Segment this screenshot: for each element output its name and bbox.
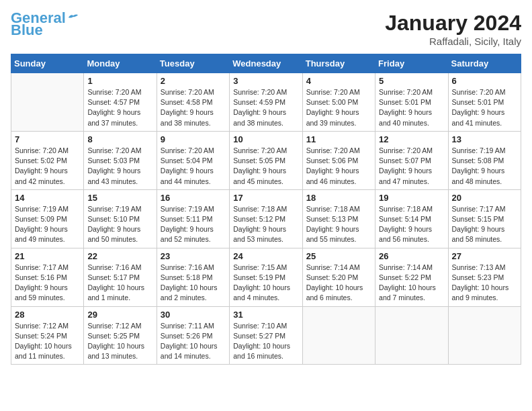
day-info: Sunrise: 7:20 AMSunset: 5:05 PMDaylight:… — [233, 146, 298, 187]
day-number: 27 — [452, 251, 517, 261]
calendar-cell: 9Sunrise: 7:20 AMSunset: 5:04 PMDaylight… — [157, 131, 229, 189]
day-number: 15 — [87, 193, 152, 203]
weekday-header-tuesday: Tuesday — [157, 54, 229, 73]
calendar-cell: 6Sunrise: 7:20 AMSunset: 5:01 PMDaylight… — [448, 73, 521, 132]
calendar-cell: 26Sunrise: 7:14 AMSunset: 5:22 PMDayligh… — [375, 248, 448, 306]
day-info: Sunrise: 7:20 AMSunset: 5:01 PMDaylight:… — [379, 87, 444, 128]
calendar-cell — [448, 306, 521, 365]
day-number: 29 — [87, 310, 152, 320]
day-number: 28 — [15, 310, 80, 320]
day-number: 24 — [233, 251, 298, 261]
calendar-cell: 22Sunrise: 7:16 AMSunset: 5:17 PMDayligh… — [84, 248, 157, 306]
calendar-cell: 25Sunrise: 7:14 AMSunset: 5:20 PMDayligh… — [302, 248, 375, 306]
calendar-cell: 11Sunrise: 7:20 AMSunset: 5:06 PMDayligh… — [302, 131, 375, 189]
day-info: Sunrise: 7:18 AMSunset: 5:12 PMDaylight:… — [233, 204, 298, 245]
calendar-cell: 15Sunrise: 7:19 AMSunset: 5:10 PMDayligh… — [84, 189, 157, 248]
day-info: Sunrise: 7:20 AMSunset: 4:57 PMDaylight:… — [87, 87, 152, 128]
day-number: 8 — [87, 134, 152, 144]
day-info: Sunrise: 7:18 AMSunset: 5:14 PMDaylight:… — [379, 204, 444, 245]
title-block: January 2024 Raffadali, Sicily, Italy — [385, 11, 521, 47]
calendar-cell: 19Sunrise: 7:18 AMSunset: 5:14 PMDayligh… — [375, 189, 448, 248]
month-year-title: January 2024 — [385, 11, 521, 36]
day-info: Sunrise: 7:12 AMSunset: 5:24 PMDaylight:… — [15, 321, 80, 362]
day-number: 25 — [306, 251, 371, 261]
day-number: 21 — [15, 251, 80, 261]
weekday-header-thursday: Thursday — [302, 54, 375, 73]
day-number: 26 — [379, 251, 444, 261]
calendar-week-row: 7Sunrise: 7:20 AMSunset: 5:02 PMDaylight… — [11, 131, 521, 189]
calendar-cell — [375, 306, 448, 365]
calendar-cell: 27Sunrise: 7:13 AMSunset: 5:23 PMDayligh… — [448, 248, 521, 306]
day-info: Sunrise: 7:17 AMSunset: 5:16 PMDaylight:… — [15, 263, 80, 304]
day-number: 11 — [306, 134, 371, 144]
calendar-cell: 4Sunrise: 7:20 AMSunset: 5:00 PMDaylight… — [302, 73, 375, 132]
calendar-cell: 5Sunrise: 7:20 AMSunset: 5:01 PMDaylight… — [375, 73, 448, 132]
calendar-week-row: 14Sunrise: 7:19 AMSunset: 5:09 PMDayligh… — [11, 189, 521, 248]
calendar-cell: 8Sunrise: 7:20 AMSunset: 5:03 PMDaylight… — [84, 131, 157, 189]
day-number: 31 — [233, 310, 298, 320]
day-info: Sunrise: 7:19 AMSunset: 5:08 PMDaylight:… — [452, 146, 517, 187]
day-info: Sunrise: 7:14 AMSunset: 5:20 PMDaylight:… — [306, 263, 371, 304]
day-number: 4 — [306, 76, 371, 86]
day-info: Sunrise: 7:20 AMSunset: 5:04 PMDaylight:… — [161, 146, 226, 187]
day-number: 6 — [452, 76, 517, 86]
calendar-cell: 31Sunrise: 7:10 AMSunset: 5:27 PMDayligh… — [230, 306, 302, 365]
day-number: 12 — [379, 134, 444, 144]
calendar-week-row: 1Sunrise: 7:20 AMSunset: 4:57 PMDaylight… — [11, 73, 521, 132]
day-number: 17 — [233, 193, 298, 203]
logo: General Blue — [11, 11, 79, 38]
calendar-cell: 23Sunrise: 7:16 AMSunset: 5:18 PMDayligh… — [157, 248, 229, 306]
calendar-cell: 28Sunrise: 7:12 AMSunset: 5:24 PMDayligh… — [11, 306, 84, 365]
calendar-cell: 21Sunrise: 7:17 AMSunset: 5:16 PMDayligh… — [11, 248, 84, 306]
page-header: General Blue January 2024 Raffadali, Sic… — [11, 11, 521, 47]
day-info: Sunrise: 7:14 AMSunset: 5:22 PMDaylight:… — [379, 263, 444, 304]
day-number: 16 — [161, 193, 226, 203]
calendar-cell: 10Sunrise: 7:20 AMSunset: 5:05 PMDayligh… — [230, 131, 302, 189]
calendar-cell: 2Sunrise: 7:20 AMSunset: 4:58 PMDaylight… — [157, 73, 229, 132]
day-number: 13 — [452, 134, 517, 144]
calendar-cell: 29Sunrise: 7:12 AMSunset: 5:25 PMDayligh… — [84, 306, 157, 365]
day-info: Sunrise: 7:13 AMSunset: 5:23 PMDaylight:… — [452, 263, 517, 304]
day-info: Sunrise: 7:20 AMSunset: 5:00 PMDaylight:… — [306, 87, 371, 128]
calendar-cell: 24Sunrise: 7:15 AMSunset: 5:19 PMDayligh… — [230, 248, 302, 306]
weekday-header-saturday: Saturday — [448, 54, 521, 73]
calendar-cell: 20Sunrise: 7:17 AMSunset: 5:15 PMDayligh… — [448, 189, 521, 248]
calendar-cell: 1Sunrise: 7:20 AMSunset: 4:57 PMDaylight… — [84, 73, 157, 132]
calendar-cell: 30Sunrise: 7:11 AMSunset: 5:26 PMDayligh… — [157, 306, 229, 365]
day-info: Sunrise: 7:20 AMSunset: 5:02 PMDaylight:… — [15, 146, 80, 187]
day-number: 18 — [306, 193, 371, 203]
day-number: 7 — [15, 134, 80, 144]
weekday-header-monday: Monday — [84, 54, 157, 73]
day-number: 5 — [379, 76, 444, 86]
day-number: 9 — [161, 134, 226, 144]
day-info: Sunrise: 7:11 AMSunset: 5:26 PMDaylight:… — [161, 321, 226, 362]
day-number: 30 — [161, 310, 226, 320]
day-number: 19 — [379, 193, 444, 203]
day-info: Sunrise: 7:19 AMSunset: 5:10 PMDaylight:… — [87, 204, 152, 245]
day-number: 10 — [233, 134, 298, 144]
day-info: Sunrise: 7:17 AMSunset: 5:15 PMDaylight:… — [452, 204, 517, 245]
day-number: 20 — [452, 193, 517, 203]
calendar-cell: 18Sunrise: 7:18 AMSunset: 5:13 PMDayligh… — [302, 189, 375, 248]
day-number: 22 — [87, 251, 152, 261]
logo-blue: Blue — [11, 23, 43, 38]
location-subtitle: Raffadali, Sicily, Italy — [385, 36, 521, 47]
weekday-header-wednesday: Wednesday — [230, 54, 302, 73]
calendar-cell: 3Sunrise: 7:20 AMSunset: 4:59 PMDaylight… — [230, 73, 302, 132]
day-info: Sunrise: 7:16 AMSunset: 5:18 PMDaylight:… — [161, 263, 226, 304]
calendar-cell — [302, 306, 375, 365]
weekday-header-friday: Friday — [375, 54, 448, 73]
day-number: 1 — [87, 76, 152, 86]
calendar-cell: 7Sunrise: 7:20 AMSunset: 5:02 PMDaylight… — [11, 131, 84, 189]
calendar-cell — [11, 73, 84, 132]
weekday-header-sunday: Sunday — [11, 54, 84, 73]
day-info: Sunrise: 7:12 AMSunset: 5:25 PMDaylight:… — [87, 321, 152, 362]
day-info: Sunrise: 7:19 AMSunset: 5:11 PMDaylight:… — [161, 204, 226, 245]
day-number: 2 — [161, 76, 226, 86]
calendar-cell: 14Sunrise: 7:19 AMSunset: 5:09 PMDayligh… — [11, 189, 84, 248]
day-number: 3 — [233, 76, 298, 86]
day-info: Sunrise: 7:20 AMSunset: 5:06 PMDaylight:… — [306, 146, 371, 187]
day-info: Sunrise: 7:20 AMSunset: 5:07 PMDaylight:… — [379, 146, 444, 187]
logo-bird-icon — [67, 12, 79, 21]
calendar-cell: 13Sunrise: 7:19 AMSunset: 5:08 PMDayligh… — [448, 131, 521, 189]
